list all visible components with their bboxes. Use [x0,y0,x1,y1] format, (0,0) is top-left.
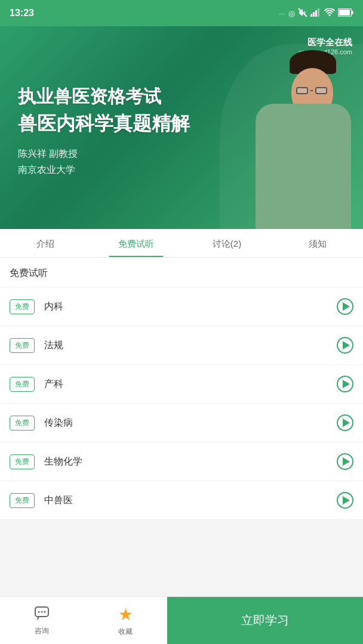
svg-rect-2 [313,12,315,17]
free-badge: 免费 [10,493,35,508]
course-item-6[interactable]: 免费中兽医 [0,481,363,520]
play-triangle-icon [343,341,350,349]
consult-label: 咨询 [35,626,49,636]
course-name: 法规 [44,339,337,352]
wifi-icon [324,8,335,18]
battery-icon [338,8,353,18]
person-body [256,104,351,229]
course-name: 生物化学 [44,456,337,468]
consult-icon [34,605,50,624]
favorite-icon: ★ [118,605,133,624]
signal-dots-icon: ··· [279,9,285,18]
free-badge: 免费 [10,416,35,431]
free-badge: 免费 [10,454,35,469]
svg-point-11 [41,611,43,613]
location-icon: ◎ [288,9,295,18]
course-list: 免费内科免费法规免费产科免费传染病免费生物化学免费中兽医 [0,287,363,520]
svg-point-12 [44,611,46,613]
play-triangle-icon [343,457,350,466]
play-triangle-icon [343,380,350,388]
course-item-5[interactable]: 免费生物化学 [0,442,363,481]
tab-bar: 介绍 免费试听 讨论(2) 须知 [0,229,363,258]
bottom-bar: 咨询 ★ 收藏 立即学习 [0,596,363,644]
course-name: 传染病 [44,417,337,429]
tab-trial[interactable]: 免费试听 [91,229,182,257]
svg-rect-7 [352,11,353,14]
tab-discuss[interactable]: 讨论(2) [182,229,272,257]
course-item-4[interactable]: 免费传染病 [0,404,363,442]
svg-rect-4 [318,8,319,17]
play-button[interactable] [337,376,353,392]
course-item-3[interactable]: 免费产科 [0,365,363,404]
tab-intro[interactable]: 介绍 [0,229,91,257]
svg-rect-8 [339,10,350,16]
play-triangle-icon [343,496,350,504]
hero-banner: 医学全在线 www.med126.com 执业兽医资格考试 兽医内科学真题精解 … [0,26,363,229]
favorite-label: 收藏 [118,627,133,637]
free-badge: 免费 [10,377,35,392]
content-area: 免费试听 免费内科免费法规免费产科免费传染病免费生物化学免费中兽医 [0,258,363,520]
svg-point-10 [38,611,40,613]
svg-rect-3 [315,10,317,17]
svg-rect-1 [310,14,312,17]
mute-icon [298,8,307,19]
status-bar: 13:23 ··· ◎ [0,0,363,26]
course-name: 内科 [44,301,337,313]
start-learning-label: 立即学习 [241,612,289,628]
tab-notice[interactable]: 须知 [272,229,363,257]
play-button[interactable] [337,337,353,354]
status-icons: ··· ◎ [279,8,353,19]
play-button[interactable] [337,414,353,431]
course-item-2[interactable]: 免费法规 [0,326,363,365]
course-name: 中兽医 [44,494,337,507]
free-badge: 免费 [10,338,35,353]
start-learning-button[interactable]: 立即学习 [167,597,363,644]
course-item-1[interactable]: 免费内科 [0,287,363,326]
play-button[interactable] [337,298,353,315]
svg-point-5 [329,14,331,16]
course-name: 产科 [44,378,337,391]
play-button[interactable] [337,492,353,509]
play-button[interactable] [337,453,353,470]
status-time: 13:23 [10,8,34,18]
signal-strength-icon [310,8,321,18]
hero-person-illustration [232,38,363,229]
favorite-button[interactable]: ★ 收藏 [84,597,167,644]
consult-button[interactable]: 咨询 [0,597,84,644]
play-triangle-icon [343,419,350,427]
play-triangle-icon [343,302,350,311]
section-header: 免费试听 [0,258,363,287]
free-badge: 免费 [10,299,35,314]
